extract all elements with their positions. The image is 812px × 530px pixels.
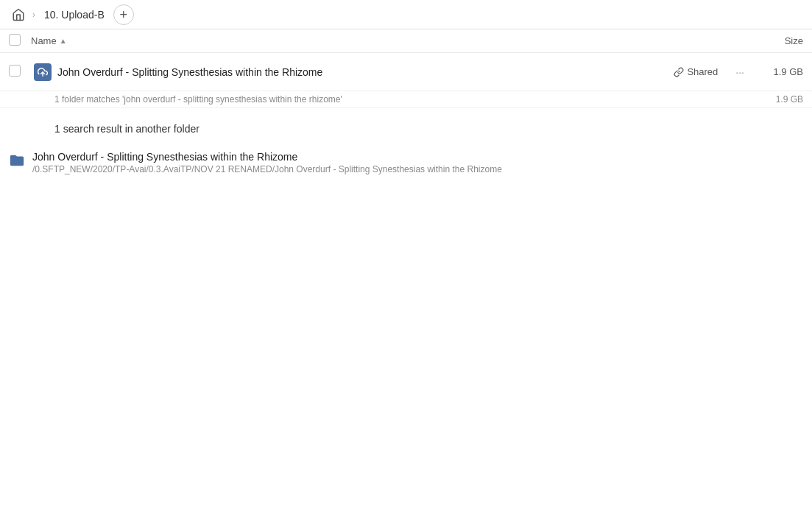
more-actions-button[interactable]: ··· — [732, 63, 747, 81]
breadcrumb-folder[interactable]: 10. Upload-B — [40, 7, 109, 22]
folder-result-row[interactable]: John Overdurf - Splitting Synesthesias w… — [0, 144, 812, 182]
size-column-header: Size — [744, 35, 803, 46]
upload-folder-icon — [34, 63, 52, 81]
shared-label: Shared — [687, 66, 718, 77]
folder-result-name: John Overdurf - Splitting Synesthesias w… — [32, 151, 803, 163]
section-heading: 1 search result in another folder — [0, 108, 812, 144]
top-bar: › 10. Upload-B + — [0, 0, 812, 29]
row-checkbox[interactable] — [9, 65, 31, 79]
link-icon — [674, 67, 684, 77]
header-checkbox[interactable] — [9, 34, 31, 48]
column-headers: Name ▲ Size — [0, 29, 812, 53]
breadcrumb-separator: › — [32, 10, 35, 20]
match-size: 1.9 GB — [776, 94, 803, 105]
home-button[interactable] — [9, 5, 28, 24]
folder-icon — [9, 152, 25, 171]
file-icon — [31, 63, 54, 81]
add-button[interactable]: + — [113, 4, 134, 25]
name-column-header[interactable]: Name ▲ — [31, 35, 744, 46]
folder-result-info: John Overdurf - Splitting Synesthesias w… — [32, 151, 803, 174]
file-name: John Overdurf - Splitting Synesthesias w… — [54, 66, 674, 78]
primary-file-row[interactable]: John Overdurf - Splitting Synesthesias w… — [0, 53, 812, 91]
shared-indicator: Shared — [674, 66, 718, 77]
sort-arrow-icon: ▲ — [60, 37, 67, 45]
match-info-row: 1 folder matches 'john overdurf - splitt… — [0, 91, 812, 108]
match-text: 1 folder matches 'john overdurf - splitt… — [54, 94, 776, 105]
file-size: 1.9 GB — [759, 66, 803, 77]
folder-result-path: /0.SFTP_NEW/2020/TP-Avai/0.3.AvaiTP/NOV … — [32, 164, 803, 174]
